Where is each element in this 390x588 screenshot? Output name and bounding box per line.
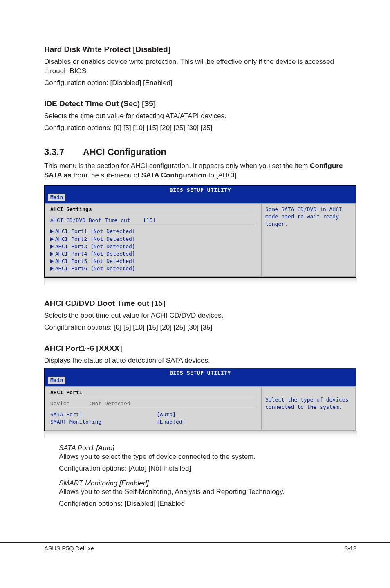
bios-port-row: AHCI Port5 [Not Detected]	[50, 258, 256, 265]
bios-help-text: Select the type of devices connected to …	[265, 396, 351, 411]
bios-tab-main: Main	[48, 377, 65, 384]
hard-disk-p2: Configuration option: [Disabled] [Enable…	[44, 79, 356, 88]
triangle-icon	[50, 245, 54, 249]
bios-port-row: AHCI Port6 [Not Detected]	[50, 265, 256, 272]
bios-title: BIOS SETUP UTILITY	[45, 186, 356, 194]
sata-port1-p1: Allows you to select the type of device …	[59, 452, 356, 462]
ahci-port-p1: Displays the status of auto-detection of…	[44, 356, 356, 366]
intro-e: to [AHCI].	[206, 171, 238, 179]
bios-left-title: AHCI Port1	[50, 389, 256, 396]
ide-detect-heading: IDE Detect Time Out (Sec) [35]	[44, 99, 356, 108]
bios-port2: AHCI Port2 [Not Detected]	[55, 236, 135, 242]
hard-disk-p1: Disables or enables device write protect…	[44, 57, 356, 76]
bios-tab-main: Main	[48, 194, 65, 201]
intro-d: SATA Configuration	[141, 171, 206, 179]
triangle-icon	[50, 267, 54, 271]
bios-port-row: AHCI Port4 [Not Detected]	[50, 250, 256, 258]
hard-disk-heading: Hard Disk Write Protect [Disabled]	[44, 45, 356, 54]
bios-port3: AHCI Port3 [Not Detected]	[55, 243, 135, 249]
ide-detect-p1: Selects the time out value for detecting…	[44, 112, 356, 121]
bios-row-sata-port1-label: SATA Port1	[50, 411, 157, 418]
bios-row-sata-port1-value: [Auto]	[157, 411, 176, 418]
section-title: 3.3.7AHCI Configuration	[44, 147, 356, 157]
bios-left-pane: AHCI Settings AHCI CD/DVD Boot Time out …	[45, 203, 261, 278]
bios-port5: AHCI Port5 [Not Detected]	[55, 258, 135, 264]
smart-subheading: SMART Monitoring [Enabled]	[59, 479, 356, 487]
triangle-icon	[50, 259, 54, 263]
bios-port1: AHCI Port1 [Not Detected]	[55, 228, 135, 234]
bios-fade	[44, 431, 357, 438]
smart-p1: Allows you to set the Self-Monitoring, A…	[59, 487, 356, 497]
ahci-boot-heading: AHCI CD/DVD Boot Time out [15]	[44, 299, 356, 308]
section-name: AHCI Configuration	[83, 147, 166, 157]
bios-port6: AHCI Port6 [Not Detected]	[55, 265, 135, 272]
bios-row-smart-value: [Enabled]	[157, 418, 185, 426]
bios-port-row: AHCI Port1 [Not Detected]	[50, 228, 256, 235]
bios-port-row: AHCI Port2 [Not Detected]	[50, 236, 256, 243]
bios-port4: AHCI Port4 [Not Detected]	[55, 251, 135, 257]
bios-port-row: AHCI Port3 [Not Detected]	[50, 243, 256, 250]
bios-left-pane: AHCI Port1 Device :Not Detected SATA Por…	[45, 386, 261, 431]
sata-port1-p2: Configuration options: [Auto] [Not Insta…	[59, 464, 356, 474]
bios-fade	[44, 278, 357, 285]
intro-a: This menu is the section for AHCI config…	[44, 162, 310, 170]
triangle-icon	[50, 237, 54, 241]
ahci-boot-p2: Congifuration options: [0] [5] [10] [15]…	[44, 323, 356, 332]
bios-device-line: Device :Not Detected	[50, 400, 256, 407]
bios-title: BIOS SETUP UTILITY	[45, 368, 356, 377]
intro-c: from the sub-menu of	[72, 171, 141, 179]
ide-detect-p2: Configuration options: [0] [5] [10] [15]…	[44, 123, 356, 133]
bios-boot-timeout-line: AHCI CD/DVD Boot Time out [15]	[50, 217, 256, 224]
section-number: 3.3.7	[44, 147, 64, 157]
ahci-boot-p1: Selects the boot time out value for ACHI…	[44, 311, 356, 321]
bios-left-title: AHCI Settings	[50, 206, 256, 213]
smart-p2: Configration options: [Disabled] [Enable…	[59, 499, 356, 509]
section-intro: This menu is the section for AHCI config…	[44, 162, 356, 180]
sata-port1-subheading: SATA Port1 [Auto]	[59, 444, 356, 452]
bios-help-pane: Some SATA CD/DVD in AHCI mode need to wa…	[261, 203, 356, 278]
footer-right: 3-13	[345, 545, 356, 552]
triangle-icon	[50, 229, 54, 233]
page-footer: ASUS P5Q Deluxe 3-13	[0, 542, 390, 568]
triangle-icon	[50, 252, 54, 256]
bios-help-pane: Select the type of devices connected to …	[261, 386, 356, 431]
bios-row-smart-label: SMART Monitoring	[50, 418, 157, 426]
ahci-port-heading: AHCI Port1~6 [XXXX]	[44, 344, 356, 353]
footer-left: ASUS P5Q Deluxe	[44, 545, 94, 552]
bios-panel-ahci-port1: BIOS SETUP UTILITY Main AHCI Port1 Devic…	[44, 368, 356, 431]
bios-panel-ahci-settings: BIOS SETUP UTILITY Main AHCI Settings AH…	[44, 185, 356, 278]
